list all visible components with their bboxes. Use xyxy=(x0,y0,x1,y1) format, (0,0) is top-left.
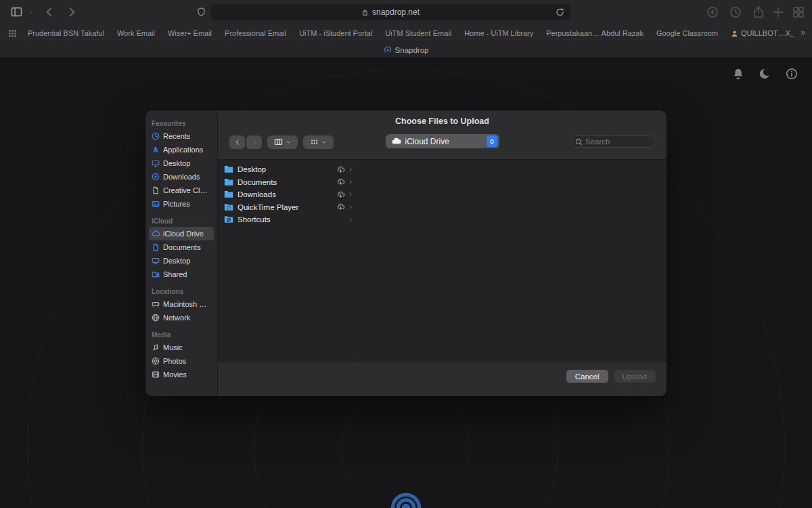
folder-icon xyxy=(224,178,233,186)
bookmark-google-classroom[interactable]: Google Classroom xyxy=(656,29,718,37)
download-circle-icon xyxy=(152,173,160,181)
reload-icon[interactable] xyxy=(556,7,564,17)
app-icon: A xyxy=(152,146,160,154)
bookmarks-overflow-icon[interactable]: » xyxy=(800,28,805,37)
bookmark-uitm-student-email[interactable]: UiTM Student Email xyxy=(385,29,451,37)
about-info-icon[interactable] xyxy=(786,68,798,80)
sidebar-item-macintosh-h[interactable]: Macintosh H… xyxy=(149,297,214,311)
search-icon xyxy=(575,138,583,146)
sidebar-item-label: Shared xyxy=(163,270,187,278)
downloads-icon[interactable] xyxy=(706,6,719,18)
sidebar-item-recents[interactable]: Recents xyxy=(149,129,214,143)
sidebar-item-network[interactable]: Network xyxy=(149,311,214,324)
document-icon xyxy=(152,243,160,251)
sidebar-item-label: Music xyxy=(163,343,183,352)
sidebar-item-desktop[interactable]: Desktop xyxy=(149,254,214,268)
nav-back-button[interactable] xyxy=(229,135,245,149)
sidebar-item-applications[interactable]: AApplications xyxy=(149,143,214,156)
address-bar[interactable]: snapdrop.net xyxy=(210,4,570,20)
sidebar-item-label: Recents xyxy=(163,132,190,140)
cancel-button[interactable]: Cancel xyxy=(566,370,608,383)
sidebar-section-label: iCloud xyxy=(145,217,217,225)
chevron-down-icon xyxy=(321,140,327,145)
history-icon[interactable] xyxy=(729,6,742,18)
bookmark-professional-email[interactable]: Professional Email xyxy=(225,29,286,37)
forward-icon[interactable] xyxy=(66,6,78,18)
folder-shortcuts-icon xyxy=(224,215,233,224)
bookmark-home-uitm-library[interactable]: Home - UiTM Library xyxy=(464,29,533,37)
sidebar-item-documents[interactable]: Documents xyxy=(149,240,214,254)
tab-overview-icon[interactable] xyxy=(792,6,805,18)
sidebar-toggle-icon[interactable] xyxy=(10,6,23,18)
sidebar-item-label: Creative Clo… xyxy=(163,186,211,194)
back-icon[interactable] xyxy=(43,6,55,18)
sidebar-item-label: Documents xyxy=(163,243,201,251)
sidebar-item-downloads[interactable]: Downloads xyxy=(149,170,214,184)
tab-bar[interactable]: Snapdrop xyxy=(0,42,812,58)
sidebar-item-pictures[interactable]: Pictures xyxy=(149,197,214,211)
tab-title: Snapdrop xyxy=(395,46,429,54)
file-row-shortcuts[interactable]: Shortcuts xyxy=(218,213,357,226)
hard-drive-icon xyxy=(152,300,160,308)
bookmark-prudential-bsn-takaful[interactable]: Prudential BSN Takaful xyxy=(28,29,104,37)
cloud-download-icon xyxy=(336,165,345,174)
dark-mode-moon-icon[interactable] xyxy=(759,68,771,80)
sidebar-item-shared[interactable]: Shared xyxy=(149,268,214,281)
sidebar-item-label: Pictures xyxy=(163,200,190,208)
bookmark-work-email[interactable]: Work Email xyxy=(117,29,155,37)
nav-forward-button[interactable] xyxy=(246,135,262,149)
file-row-quicktime-player[interactable]: QuickTime Player xyxy=(218,201,357,214)
cloud-icon xyxy=(152,230,160,238)
location-dropdown[interactable]: iCloud Drive xyxy=(386,134,499,148)
sidebar-item-icloud-drive[interactable]: iCloud Drive xyxy=(149,227,214,240)
sidebar-item-label: Downloads xyxy=(163,173,200,181)
folder-icon xyxy=(224,190,233,198)
file-name: Shortcuts xyxy=(238,215,271,224)
icloud-drive-icon xyxy=(391,136,401,146)
bookmark-list: Prudential BSN TakafulWork EmailWiser+ E… xyxy=(28,29,794,37)
sidebar-item-photos[interactable]: Photos xyxy=(149,354,214,368)
upload-button[interactable]: Upload xyxy=(614,370,656,383)
search-input[interactable] xyxy=(585,137,652,146)
privacy-shield-icon[interactable] xyxy=(197,7,206,17)
grid-view-icon xyxy=(310,137,319,146)
lock-icon xyxy=(361,9,369,16)
shared-folder-icon xyxy=(152,270,160,278)
file-name: Desktop xyxy=(238,165,266,173)
sidebar-section-label: Favourites xyxy=(145,120,217,127)
chevron-right-icon xyxy=(348,179,353,185)
sidebar-item-creative-clo[interactable]: Creative Clo… xyxy=(149,184,214,197)
sidebar-section-icloud: iCloudiCloud DriveDocumentsDesktopShared xyxy=(145,217,217,281)
file-row-documents[interactable]: Documents xyxy=(218,176,357,189)
sidebar-item-desktop[interactable]: Desktop xyxy=(149,156,214,170)
dialog-footer: Cancel Upload xyxy=(218,361,667,396)
sidebar-item-label: Desktop xyxy=(163,257,190,265)
music-note-icon xyxy=(152,343,160,352)
column-divider xyxy=(357,160,357,361)
cloud-download-icon xyxy=(336,203,345,211)
file-row-downloads[interactable]: Downloads xyxy=(218,188,357,201)
folder-icon xyxy=(224,165,233,173)
bookmark-quillbot-x-company[interactable]: QUILLBOT…X_COMPANY xyxy=(731,29,794,37)
chevron-down-icon[interactable] xyxy=(28,10,34,15)
bookmark-perpustakaan-abdul-razak[interactable]: Perpustakaan… Abdul Razak xyxy=(546,29,644,37)
file-picker-dialog: FavouritesRecentsAApplicationsDesktopDow… xyxy=(145,110,667,396)
file-row-desktop[interactable]: Desktop xyxy=(218,163,357,176)
document-icon xyxy=(152,186,160,194)
icon-view-button[interactable] xyxy=(303,135,334,149)
pictures-icon xyxy=(152,200,160,208)
globe-icon xyxy=(152,314,160,322)
chevron-right-icon xyxy=(251,139,258,146)
chevron-right-icon xyxy=(348,205,353,210)
frequently-visited-grid-icon[interactable] xyxy=(8,29,17,38)
column-view-button[interactable] xyxy=(267,135,298,149)
new-tab-icon[interactable] xyxy=(772,6,784,18)
bookmark-wiser-email[interactable]: Wiser+ Email xyxy=(168,29,212,37)
bookmark-uitm-istudent-portal[interactable]: UiTM - iStudent Portal xyxy=(299,29,372,37)
share-icon[interactable] xyxy=(752,6,765,18)
search-field[interactable] xyxy=(570,135,656,148)
notifications-bell-icon[interactable] xyxy=(732,68,744,80)
sidebar-item-music[interactable]: Music xyxy=(149,341,214,354)
svg-text:A: A xyxy=(153,146,158,154)
sidebar-item-movies[interactable]: Movies xyxy=(149,368,214,381)
